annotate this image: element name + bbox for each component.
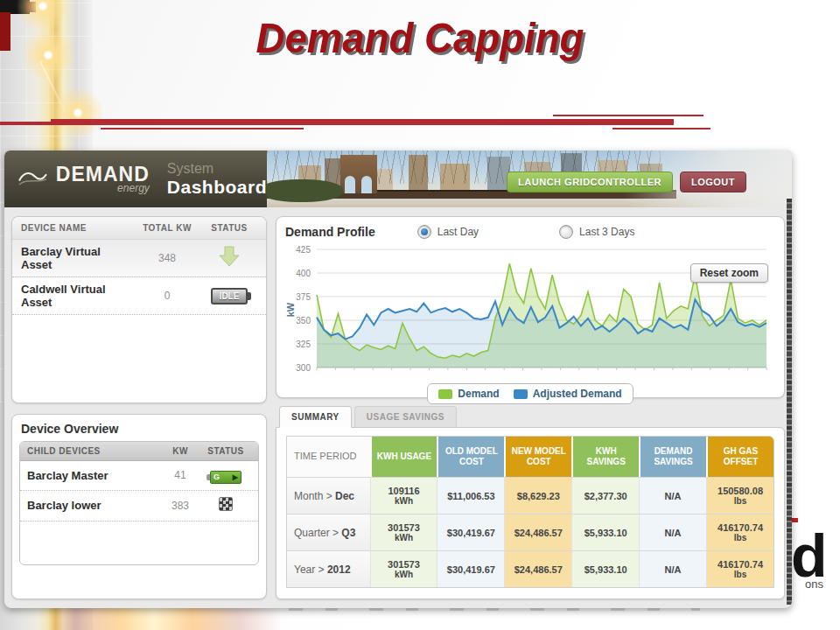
device-overview-panel: Device Overview CHILD DEVICES KW STATUS … <box>11 414 267 599</box>
device-list-panel: DEVICE NAME TOTAL KW STATUS Barclay Virt… <box>11 216 267 403</box>
child-device-kw: 41 <box>160 469 200 481</box>
radio-last-day[interactable]: Last Day <box>417 225 479 239</box>
radio-unselected-icon[interactable] <box>559 225 573 239</box>
logout-button[interactable]: LOGOUT <box>680 172 746 192</box>
reset-zoom-button[interactable]: Reset zoom <box>690 263 768 283</box>
divider-line <box>0 122 52 125</box>
col-child-devices[interactable]: CHILD DEVICES <box>27 446 160 456</box>
kwh-usage-cell: 301573kWh <box>370 514 438 550</box>
period-value: 2012 <box>327 564 351 576</box>
col-gh-gas-offset: GH GAS OFFSET <box>706 437 774 477</box>
period-value: Dec <box>335 490 354 502</box>
col-device-name[interactable]: DEVICE NAME <box>21 223 133 233</box>
brand-block: DEMAND energy System Dashboard <box>4 150 267 207</box>
legend-demand: Demand <box>438 388 499 400</box>
gas-value: 150580.08 <box>718 486 763 496</box>
kwh-unit: kWh <box>373 570 436 579</box>
gas-value: 416170.74 <box>718 559 763 570</box>
old-model-cost-cell: $30,419.67 <box>437 514 504 550</box>
col-total-kw[interactable]: TOTAL KW <box>133 223 201 233</box>
col-status[interactable]: STATUS <box>200 446 251 456</box>
demand-swatch-icon <box>438 389 452 399</box>
gas-value: 416170.74 <box>718 522 763 533</box>
adjusted-demand-swatch-icon <box>514 389 528 399</box>
radio-last-3-days[interactable]: Last 3 Days <box>559 225 634 239</box>
col-kw[interactable]: KW <box>160 446 200 456</box>
dashboard-header: DEMAND energy System Dashboard <box>4 150 792 207</box>
gas-unit: lbs <box>709 570 772 579</box>
kwh-value: 109116 <box>388 486 419 496</box>
launch-gridcontroller-button[interactable]: LAUNCH GRIDCONTROLLER <box>507 172 673 192</box>
svg-text:325: 325 <box>296 340 311 349</box>
demand-savings-cell: N/A <box>639 477 706 514</box>
child-device-name: Barclay lower <box>27 499 160 512</box>
device-name: Barclay Virtual Asset <box>21 245 133 271</box>
legend-adjusted-demand: Adjusted Demand <box>514 388 622 400</box>
chart-area[interactable]: 425400375350325300kW Reset zoom <box>285 241 775 382</box>
col-demand-savings: DEMAND SAVINGS <box>639 437 706 477</box>
app-title-line2: Dashboard <box>167 177 267 197</box>
demand-chart-svg[interactable]: 425400375350325300kW <box>285 241 775 379</box>
decor-corner-block <box>26 2 36 12</box>
gas-unit: lbs <box>709 496 772 506</box>
gh-gas-offset-cell: 150580.08lbs <box>706 477 774 514</box>
watermark-tagline: ons <box>805 578 823 591</box>
child-device-row[interactable]: Barclay Master 41 G▶ <box>20 461 258 491</box>
old-model-cost-cell: $11,006.53 <box>437 477 504 514</box>
device-row[interactable]: Caldwell Virtual Asset 0 IDLE <box>12 277 266 315</box>
child-device-kw: 383 <box>160 500 200 512</box>
divider-line <box>553 115 704 116</box>
col-kwh-savings: KWH SAVINGS <box>571 437 639 477</box>
header-photo-bridge: LAUNCH GRIDCONTROLLER LOGOUT <box>267 150 792 207</box>
new-model-cost-cell: $24,486.57 <box>504 550 571 587</box>
demand-savings-cell: N/A <box>639 514 706 550</box>
legend-box: Demand Adjusted Demand <box>427 383 633 404</box>
kwh-value: 301573 <box>388 522 420 533</box>
col-kwh-usage: KWH USAGE <box>370 437 438 477</box>
child-device-row[interactable]: Barclay lower 383 <box>20 491 258 522</box>
child-device-status <box>200 497 251 514</box>
summary-row-year: Year > 2012 301573kWh $30,419.67 $24,486… <box>287 550 774 587</box>
old-model-cost-cell: $30,419.67 <box>437 550 504 587</box>
screenshot-edge-artifact <box>787 199 792 605</box>
kwh-unit: kWh <box>373 533 436 542</box>
time-period-cell: Year > 2012 <box>287 550 370 587</box>
device-row[interactable]: Barclay Virtual Asset 348 <box>12 240 266 277</box>
device-kw: 0 <box>133 290 201 302</box>
main-column: Demand Profile Last Day Last 3 Days <box>276 216 785 599</box>
summary-row-quarter: Quarter > Q3 301573kWh $30,419.67 $24,48… <box>287 514 774 550</box>
period-value: Q3 <box>341 527 355 539</box>
new-model-cost-cell: $24,486.57 <box>504 514 571 550</box>
summary-header-row: TIME PERIOD KWH USAGE OLD MODEL COST NEW… <box>287 437 774 477</box>
tab-usage-savings[interactable]: USAGE SAVINGS <box>354 406 457 428</box>
new-model-cost-cell: $8,629.23 <box>504 477 571 514</box>
svg-text:350: 350 <box>296 316 311 326</box>
dashboard-screenshot: DEMAND energy System Dashboard <box>4 150 792 608</box>
svg-text:425: 425 <box>296 245 311 255</box>
legend-demand-label: Demand <box>458 388 499 400</box>
svg-text:300: 300 <box>296 363 311 373</box>
device-column: DEVICE NAME TOTAL KW STATUS Barclay Virt… <box>11 216 267 599</box>
kwh-usage-cell: 109116kWh <box>370 477 438 514</box>
divider-line <box>101 128 304 130</box>
summary-table-wrap: TIME PERIOD KWH USAGE OLD MODEL COST NEW… <box>286 436 774 588</box>
chart-title: Demand Profile <box>285 225 375 239</box>
kwh-savings-cell: $2,377.30 <box>571 477 639 514</box>
time-period-cell: Quarter > Q3 <box>287 514 370 550</box>
kwh-value: 301573 <box>388 559 420 570</box>
demand-profile-panel: Demand Profile Last Day Last 3 Days <box>276 216 785 398</box>
period-prefix: Month > <box>294 490 335 502</box>
col-status[interactable]: STATUS <box>201 223 257 233</box>
summary-table-panel: TIME PERIOD KWH USAGE OLD MODEL COST NEW… <box>276 427 785 599</box>
gas-unit: lbs <box>709 533 772 542</box>
tab-summary[interactable]: SUMMARY <box>279 406 352 428</box>
down-arrow-icon <box>218 246 241 267</box>
battery-label: G <box>214 472 220 481</box>
radio-selected-icon[interactable] <box>417 225 431 239</box>
tabs-row: SUMMARY USAGE SAVINGS <box>279 406 785 428</box>
col-time-period: TIME PERIOD <box>287 437 370 477</box>
child-device-status: G▶ <box>200 467 251 484</box>
idle-status-badge: IDLE <box>211 288 248 304</box>
overview-table-header: CHILD DEVICES KW STATUS <box>20 442 258 461</box>
dashboard-body: DEVICE NAME TOTAL KW STATUS Barclay Virt… <box>4 207 792 608</box>
